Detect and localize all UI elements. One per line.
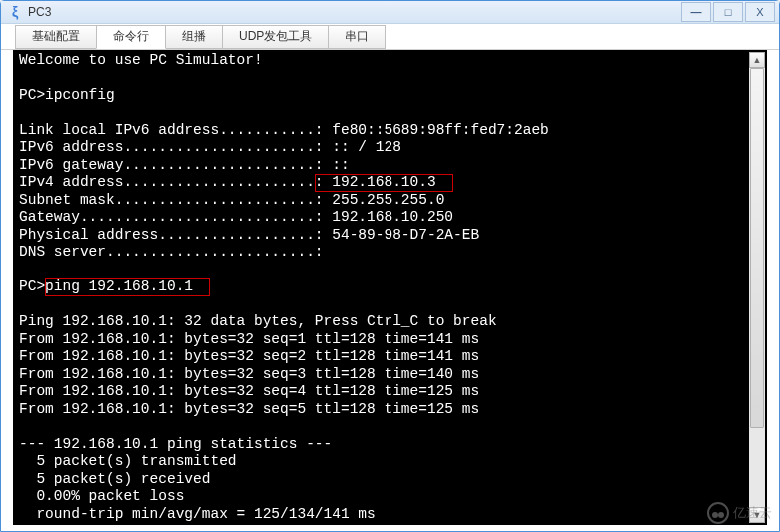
terminal-line: Link local IPv6 address...........: fe80… [19, 122, 761, 140]
terminal-line: round-trip min/avg/max = 125/134/141 ms [19, 506, 761, 524]
terminal-line: 0.00% packet loss [19, 488, 761, 506]
scroll-down-button[interactable]: ▼ [749, 507, 765, 523]
tab-serial[interactable]: 串口 [328, 25, 386, 49]
close-button[interactable]: X [745, 2, 775, 22]
tab-udp-tool[interactable]: UDP发包工具 [222, 25, 329, 49]
scroll-track[interactable] [749, 68, 765, 508]
terminal-line: PC>ipconfig [19, 87, 761, 105]
tab-multicast[interactable]: 组播 [165, 25, 223, 49]
scroll-thumb[interactable] [750, 68, 764, 428]
window: ξ PC3 — □ X 基础配置 命令行 组播 UDP发包工具 串口 Welco… [0, 0, 780, 532]
titlebar: ξ PC3 — □ X [1, 1, 779, 24]
terminal-line: --- 192.168.10.1 ping statistics --- [19, 436, 761, 454]
maximize-button[interactable]: □ [713, 2, 743, 22]
app-icon: ξ [7, 4, 23, 20]
terminal-line: From 192.168.10.1: bytes=32 seq=2 ttl=12… [19, 348, 761, 366]
minimize-button[interactable]: — [681, 2, 711, 22]
scroll-up-button[interactable]: ▲ [749, 52, 765, 68]
terminal-line: DNS server........................: [19, 244, 761, 262]
terminal-line [19, 418, 761, 436]
terminal-line: Welcome to use PC Simulator! [19, 52, 761, 70]
terminal-line [19, 104, 761, 122]
tab-cmdline[interactable]: 命令行 [96, 25, 166, 49]
terminal-line: IPv6 gateway......................: :: [19, 157, 761, 175]
terminal-line [19, 69, 761, 87]
terminal-line: Ping 192.168.10.1: 32 data bytes, Press … [19, 313, 761, 331]
terminal-line: Physical address..................: 54-8… [19, 227, 761, 245]
terminal-line: IPv6 address......................: :: /… [19, 139, 761, 157]
terminal-line: From 192.168.10.1: bytes=32 seq=5 ttl=12… [19, 401, 761, 419]
terminal-line: Gateway...........................: 192.… [19, 209, 761, 227]
terminal-line: From 192.168.10.1: bytes=32 seq=3 ttl=12… [19, 366, 761, 384]
terminal-line: PC>ping 192.168.10.1 [19, 278, 761, 296]
window-controls: — □ X [679, 2, 775, 22]
terminal-line: IPv4 address......................: 192.… [19, 174, 761, 192]
terminal-line [19, 296, 761, 314]
tab-basic-config[interactable]: 基础配置 [15, 25, 97, 49]
terminal-output[interactable]: Welcome to use PC Simulator! PC>ipconfig… [13, 50, 767, 526]
terminal-line: 5 packet(s) received [19, 471, 761, 489]
terminal-line: From 192.168.10.1: bytes=32 seq=4 ttl=12… [19, 383, 761, 401]
scrollbar: ▲ ▼ [749, 52, 765, 524]
terminal-line: Subnet mask.......................: 255.… [19, 192, 761, 210]
terminal-pane: Welcome to use PC Simulator! PC>ipconfig… [1, 50, 779, 532]
tabbar: 基础配置 命令行 组播 UDP发包工具 串口 [1, 24, 779, 49]
terminal-line: 5 packet(s) transmitted [19, 453, 761, 471]
terminal-line [19, 262, 761, 279]
terminal-line: From 192.168.10.1: bytes=32 seq=1 ttl=12… [19, 331, 761, 349]
window-title: PC3 [28, 5, 679, 19]
